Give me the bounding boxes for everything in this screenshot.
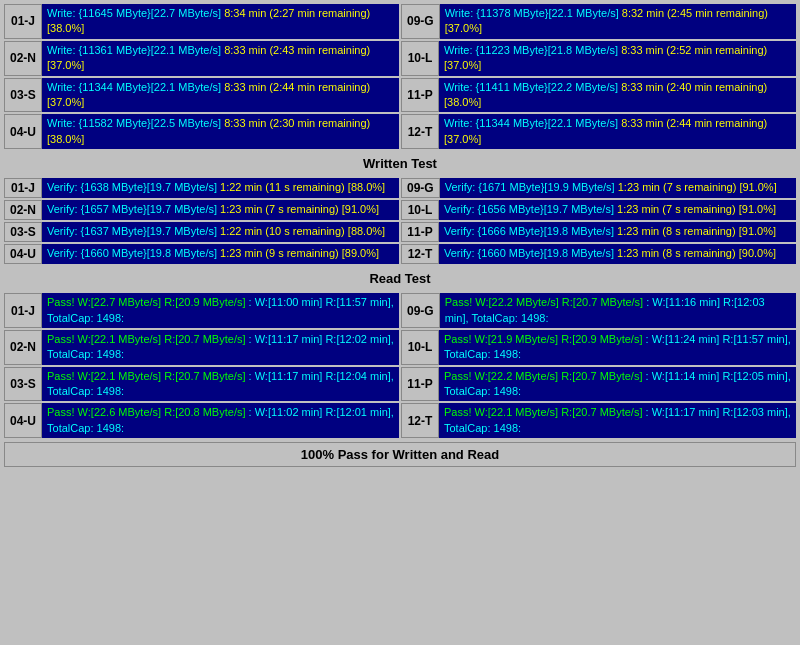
device-label-04u-read: 04-U — [4, 403, 42, 438]
verify-row-3: 03-S Verify: {1637 MByte}[19.7 MByte/s] … — [4, 222, 796, 242]
read-line1-03s: Pass! W:[22.1 MByte/s] R:[20.7 MByte/s] — [47, 370, 245, 382]
write-right-1: 09-G Write: {11378 MByte}[22.1 MByte/s] … — [401, 4, 796, 39]
device-label-09g-verify: 09-G — [401, 178, 440, 198]
write-cell-12t: Write: {11344 MByte}[22.1 MByte/s] 8:33 … — [439, 114, 796, 149]
verify-line1-10l: Verify: {1656 MByte}[19.7 MByte/s] — [444, 203, 614, 215]
verify-row-1: 01-J Verify: {1638 MByte}[19.7 MByte/s] … — [4, 178, 796, 198]
write-cell-09g: Write: {11378 MByte}[22.1 MByte/s] 8:32 … — [440, 4, 796, 39]
verify-right-2: 10-L Verify: {1656 MByte}[19.7 MByte/s] … — [401, 200, 796, 220]
verify-line1-04u: Verify: {1660 MByte}[19.8 MByte/s] — [47, 247, 217, 259]
write-row-4: 04-U Write: {11582 MByte}[22.5 MByte/s] … — [4, 114, 796, 149]
read-section: 01-J Pass! W:[22.7 MByte/s] R:[20.9 MByt… — [4, 293, 796, 438]
verify-row-2: 02-N Verify: {1657 MByte}[19.7 MByte/s] … — [4, 200, 796, 220]
read-test-header: Read Test — [4, 268, 796, 289]
verify-line2-10l: 1:23 min (7 s remaining) [91.0%] — [617, 203, 776, 215]
read-left-1: 01-J Pass! W:[22.7 MByte/s] R:[20.9 MByt… — [4, 293, 399, 328]
write-cell-02n: Write: {11361 MByte}[22.1 MByte/s] 8:33 … — [42, 41, 399, 76]
verify-line1-09g: Verify: {1671 MByte}[19.9 MByte/s] — [445, 181, 615, 193]
device-label-01j-read: 01-J — [4, 293, 42, 328]
read-cell-11p: Pass! W:[22.2 MByte/s] R:[20.7 MByte/s] … — [439, 367, 796, 402]
read-cell-12t: Pass! W:[22.1 MByte/s] R:[20.7 MByte/s] … — [439, 403, 796, 438]
verify-right-1: 09-G Verify: {1671 MByte}[19.9 MByte/s] … — [401, 178, 796, 198]
write-line1-12t: Write: {11344 MByte}[22.1 MByte/s] — [444, 117, 618, 129]
verify-line2-09g: 1:23 min (7 s remaining) [91.0%] — [618, 181, 777, 193]
write-line1-02n: Write: {11361 MByte}[22.1 MByte/s] — [47, 44, 221, 56]
write-row-3: 03-S Write: {11344 MByte}[22.1 MByte/s] … — [4, 78, 796, 113]
verify-line2-03s: 1:22 min (10 s remaining) [88.0%] — [220, 225, 385, 237]
device-label-04u-write: 04-U — [4, 114, 42, 149]
read-left-3: 03-S Pass! W:[22.1 MByte/s] R:[20.7 MByt… — [4, 367, 399, 402]
verify-line1-02n: Verify: {1657 MByte}[19.7 MByte/s] — [47, 203, 217, 215]
read-left-4: 04-U Pass! W:[22.6 MByte/s] R:[20.8 MByt… — [4, 403, 399, 438]
device-label-03s-verify: 03-S — [4, 222, 42, 242]
verify-line1-11p: Verify: {1666 MByte}[19.8 MByte/s] — [444, 225, 614, 237]
verify-line2-04u: 1:23 min (9 s remaining) [89.0%] — [220, 247, 379, 259]
device-label-02n-verify: 02-N — [4, 200, 42, 220]
device-label-10l-write: 10-L — [401, 41, 439, 76]
write-left-4: 04-U Write: {11582 MByte}[22.5 MByte/s] … — [4, 114, 399, 149]
read-cell-02n: Pass! W:[22.1 MByte/s] R:[20.7 MByte/s] … — [42, 330, 399, 365]
verify-line2-01j: 1:22 min (11 s remaining) [88.0%] — [220, 181, 385, 193]
device-label-11p-write: 11-P — [401, 78, 439, 113]
verify-line1-01j: Verify: {1638 MByte}[19.7 MByte/s] — [47, 181, 217, 193]
write-cell-10l: Write: {11223 MByte}[21.8 MByte/s] 8:33 … — [439, 41, 796, 76]
device-label-11p-read: 11-P — [401, 367, 439, 402]
read-cell-03s: Pass! W:[22.1 MByte/s] R:[20.7 MByte/s] … — [42, 367, 399, 402]
verify-line2-12t: 1:23 min (8 s remaining) [90.0%] — [617, 247, 776, 259]
verify-row-4: 04-U Verify: {1660 MByte}[19.8 MByte/s] … — [4, 244, 796, 264]
verify-cell-12t: Verify: {1660 MByte}[19.8 MByte/s] 1:23 … — [439, 244, 796, 264]
write-line1-11p: Write: {11411 MByte}[22.2 MByte/s] — [444, 81, 618, 93]
write-left-2: 02-N Write: {11361 MByte}[22.1 MByte/s] … — [4, 41, 399, 76]
read-right-1: 09-G Pass! W:[22.2 MByte/s] R:[20.7 MByt… — [401, 293, 796, 328]
device-label-10l-verify: 10-L — [401, 200, 439, 220]
read-cell-01j: Pass! W:[22.7 MByte/s] R:[20.9 MByte/s] … — [42, 293, 399, 328]
verify-cell-04u: Verify: {1660 MByte}[19.8 MByte/s] 1:23 … — [42, 244, 399, 264]
write-right-3: 11-P Write: {11411 MByte}[22.2 MByte/s] … — [401, 78, 796, 113]
write-right-4: 12-T Write: {11344 MByte}[22.1 MByte/s] … — [401, 114, 796, 149]
device-label-10l-read: 10-L — [401, 330, 439, 365]
main-container: 01-J Write: {11645 MByte}[22.7 MByte/s] … — [0, 0, 800, 471]
device-label-03s-write: 03-S — [4, 78, 42, 113]
write-line1-04u: Write: {11582 MByte}[22.5 MByte/s] — [47, 117, 221, 129]
write-cell-04u: Write: {11582 MByte}[22.5 MByte/s] 8:33 … — [42, 114, 399, 149]
read-right-4: 12-T Pass! W:[22.1 MByte/s] R:[20.7 MByt… — [401, 403, 796, 438]
write-line1-09g: Write: {11378 MByte}[22.1 MByte/s] — [445, 7, 619, 19]
verify-line1-03s: Verify: {1637 MByte}[19.7 MByte/s] — [47, 225, 217, 237]
read-line1-11p: Pass! W:[22.2 MByte/s] R:[20.7 MByte/s] — [444, 370, 642, 382]
read-row-2: 02-N Pass! W:[22.1 MByte/s] R:[20.7 MByt… — [4, 330, 796, 365]
verify-right-4: 12-T Verify: {1660 MByte}[19.8 MByte/s] … — [401, 244, 796, 264]
device-label-02n-write: 02-N — [4, 41, 42, 76]
device-label-09g-read: 09-G — [401, 293, 440, 328]
read-row-4: 04-U Pass! W:[22.6 MByte/s] R:[20.8 MByt… — [4, 403, 796, 438]
read-line1-04u: Pass! W:[22.6 MByte/s] R:[20.8 MByte/s] — [47, 406, 245, 418]
read-row-3: 03-S Pass! W:[22.1 MByte/s] R:[20.7 MByt… — [4, 367, 796, 402]
device-label-11p-verify: 11-P — [401, 222, 439, 242]
read-cell-10l: Pass! W:[21.9 MByte/s] R:[20.9 MByte/s] … — [439, 330, 796, 365]
device-label-12t-verify: 12-T — [401, 244, 439, 264]
device-label-12t-write: 12-T — [401, 114, 439, 149]
read-right-3: 11-P Pass! W:[22.2 MByte/s] R:[20.7 MByt… — [401, 367, 796, 402]
write-left-1: 01-J Write: {11645 MByte}[22.7 MByte/s] … — [4, 4, 399, 39]
write-cell-11p: Write: {11411 MByte}[22.2 MByte/s] 8:33 … — [439, 78, 796, 113]
verify-cell-10l: Verify: {1656 MByte}[19.7 MByte/s] 1:23 … — [439, 200, 796, 220]
write-line1-10l: Write: {11223 MByte}[21.8 MByte/s] — [444, 44, 618, 56]
verify-cell-11p: Verify: {1666 MByte}[19.8 MByte/s] 1:23 … — [439, 222, 796, 242]
verify-left-1: 01-J Verify: {1638 MByte}[19.7 MByte/s] … — [4, 178, 399, 198]
read-line1-12t: Pass! W:[22.1 MByte/s] R:[20.7 MByte/s] — [444, 406, 642, 418]
device-label-12t-read: 12-T — [401, 403, 439, 438]
device-label-04u-verify: 04-U — [4, 244, 42, 264]
write-right-2: 10-L Write: {11223 MByte}[21.8 MByte/s] … — [401, 41, 796, 76]
read-cell-09g: Pass! W:[22.2 MByte/s] R:[20.7 MByte/s] … — [440, 293, 796, 328]
verify-left-4: 04-U Verify: {1660 MByte}[19.8 MByte/s] … — [4, 244, 399, 264]
verify-cell-01j: Verify: {1638 MByte}[19.7 MByte/s] 1:22 … — [42, 178, 399, 198]
read-cell-04u: Pass! W:[22.6 MByte/s] R:[20.8 MByte/s] … — [42, 403, 399, 438]
write-line1-01j: Write: {11645 MByte}[22.7 MByte/s] — [47, 7, 221, 19]
result-footer: 100% Pass for Written and Read — [4, 442, 796, 467]
verify-line2-11p: 1:23 min (8 s remaining) [91.0%] — [617, 225, 776, 237]
device-label-09g-write: 09-G — [401, 4, 440, 39]
device-label-03s-read: 03-S — [4, 367, 42, 402]
read-left-2: 02-N Pass! W:[22.1 MByte/s] R:[20.7 MByt… — [4, 330, 399, 365]
verify-cell-02n: Verify: {1657 MByte}[19.7 MByte/s] 1:23 … — [42, 200, 399, 220]
read-row-1: 01-J Pass! W:[22.7 MByte/s] R:[20.9 MByt… — [4, 293, 796, 328]
write-line1-03s: Write: {11344 MByte}[22.1 MByte/s] — [47, 81, 221, 93]
